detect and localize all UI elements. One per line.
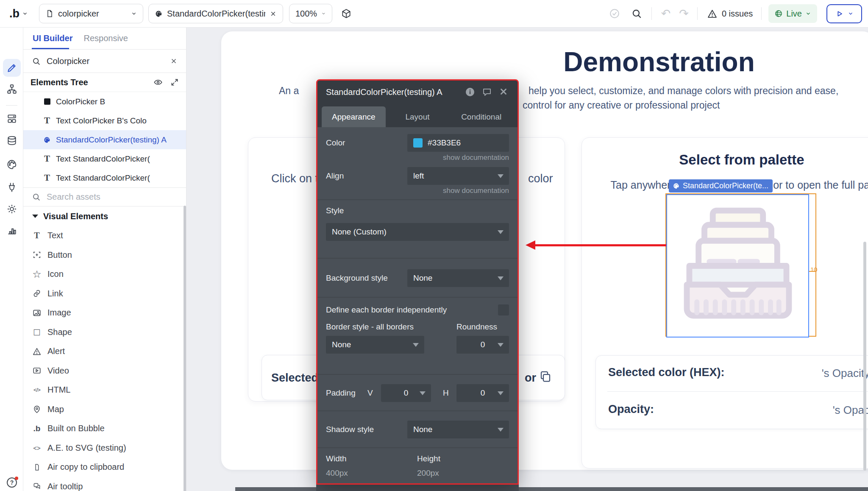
canvas-scrollbar[interactable] bbox=[863, 242, 866, 471]
palette-item-built-on-bubble[interactable]: .b Built on Bubble bbox=[23, 419, 186, 438]
page-selector[interactable]: colorpicker bbox=[39, 4, 143, 23]
expand-icon[interactable] bbox=[170, 78, 179, 86]
design-pencil-icon[interactable] bbox=[6, 62, 17, 73]
preview-button[interactable] bbox=[826, 4, 862, 23]
width-label: Width bbox=[326, 454, 417, 463]
copy-icon[interactable] bbox=[539, 370, 552, 383]
palette-item-icon[interactable]: ☆ Icon bbox=[23, 265, 186, 284]
assets-search[interactable]: Search assets bbox=[23, 187, 186, 206]
panel-body: Color #33B3E6 show documentation Align l… bbox=[317, 127, 517, 483]
map-pin-icon bbox=[32, 404, 42, 414]
element-search[interactable]: Colorpicker bbox=[23, 50, 186, 73]
tree-item-standardcolorpicker-selected[interactable]: StandardColorPicker(testing) A bbox=[23, 130, 186, 149]
tree-item-text-standard-1[interactable]: T Text StandardColorPicker( bbox=[23, 149, 186, 168]
show-documentation-link[interactable]: show documentation bbox=[326, 153, 509, 163]
palette-item-shape[interactable]: □ Shape bbox=[23, 323, 186, 342]
settings-gear-icon[interactable] bbox=[6, 204, 17, 215]
subtitle-line2: control for any creative or professional… bbox=[523, 100, 720, 111]
padding-h-dropdown[interactable]: 0 bbox=[456, 384, 509, 402]
color-input[interactable]: #33B3E6 bbox=[407, 134, 509, 152]
info-icon[interactable] bbox=[465, 87, 475, 97]
logs-chart-icon[interactable] bbox=[6, 225, 17, 236]
border-independent-checkbox[interactable] bbox=[498, 304, 509, 315]
tree-item-colorpicker-b[interactable]: ColorPicker B bbox=[23, 92, 186, 111]
opacity-row-value: 's Opac bbox=[748, 404, 868, 417]
element-tab[interactable]: StandardColorPicker(testin... bbox=[148, 4, 283, 23]
tab-conditional[interactable]: Conditional bbox=[449, 106, 513, 127]
sidebar-scrollbar[interactable] bbox=[184, 206, 186, 491]
element-search-input[interactable]: Colorpicker bbox=[47, 56, 164, 66]
palette-icon bbox=[673, 182, 680, 190]
border-style-dropdown[interactable]: None bbox=[326, 336, 424, 354]
palette-item-link[interactable]: Link bbox=[23, 284, 186, 304]
left-card-heading-fragment-right: color bbox=[528, 172, 553, 185]
workflow-icon[interactable] bbox=[6, 84, 17, 95]
selected-element-badge-label: StandardColorPicker(te... bbox=[683, 181, 768, 190]
style-dropdown[interactable]: None (Custom) bbox=[326, 223, 509, 241]
palette-item-button[interactable]: Button bbox=[23, 246, 186, 265]
palette-item-map[interactable]: Map bbox=[23, 400, 186, 419]
shape-icon: □ bbox=[32, 327, 42, 337]
opacity-row-label: Opacity: bbox=[608, 403, 654, 416]
panel-title: StandardColorPicker(testing) A bbox=[326, 87, 458, 97]
environment-selector[interactable]: Live bbox=[768, 4, 817, 23]
tab-appearance[interactable]: Appearance bbox=[322, 106, 386, 127]
styles-palette-icon[interactable] bbox=[6, 159, 17, 170]
left-icon-rail: ? bbox=[0, 28, 23, 491]
components-icon[interactable] bbox=[6, 113, 17, 124]
tree-item-text-colorpicker[interactable]: T Text ColorPicker B's Colo bbox=[23, 111, 186, 130]
issues-counter[interactable]: 0 issues bbox=[722, 9, 753, 19]
text-icon: T bbox=[43, 155, 51, 163]
zoom-selector[interactable]: 100% bbox=[289, 4, 332, 23]
tab-responsive[interactable]: Responsive bbox=[83, 33, 128, 43]
bubble-logo-menu[interactable]: .b bbox=[9, 7, 28, 20]
element-tab-label: StandardColorPicker(testin... bbox=[167, 9, 265, 19]
palette-item-alert[interactable]: Alert bbox=[23, 342, 186, 361]
palette-item-air-tooltip[interactable]: Air tooltip bbox=[23, 477, 186, 491]
redo-icon[interactable]: ↷ bbox=[679, 8, 689, 20]
clear-search-icon[interactable] bbox=[170, 57, 178, 65]
editor-canvas[interactable]: Demonstration An a help you select, cust… bbox=[186, 28, 868, 491]
bubble-logo: .b bbox=[9, 7, 19, 20]
close-icon[interactable] bbox=[499, 87, 509, 97]
environment-label: Live bbox=[786, 9, 802, 19]
tree-item-text-standard-2[interactable]: T Text StandardColorPicker( bbox=[23, 168, 186, 187]
roundness-dropdown[interactable]: 0 bbox=[456, 336, 509, 354]
video-icon bbox=[32, 365, 42, 376]
padding-v-dropdown[interactable]: 0 bbox=[381, 384, 431, 402]
palette-item-html[interactable]: </> HTML bbox=[23, 380, 186, 400]
selected-element-box[interactable] bbox=[666, 194, 809, 338]
show-documentation-link[interactable]: show documentation bbox=[326, 187, 509, 196]
palette-item-image[interactable]: Image bbox=[23, 303, 186, 323]
color-swatch[interactable] bbox=[413, 138, 423, 148]
close-tab-icon[interactable] bbox=[270, 10, 277, 17]
database-icon[interactable] bbox=[6, 135, 17, 146]
padding-h-value: 0 bbox=[481, 388, 485, 398]
search-icon[interactable] bbox=[631, 8, 642, 19]
property-editor-header[interactable]: StandardColorPicker(testing) A bbox=[317, 81, 517, 103]
height-value: 200px bbox=[417, 469, 440, 478]
align-dropdown[interactable]: left bbox=[407, 167, 509, 185]
visual-elements-header[interactable]: Visual Elements bbox=[23, 206, 186, 226]
check-circle-icon bbox=[609, 8, 620, 19]
tab-ui-builder[interactable]: UI Builder bbox=[33, 33, 72, 43]
subtitle-fragment-left: An a bbox=[279, 85, 299, 97]
comment-icon[interactable] bbox=[482, 87, 492, 97]
plugins-icon[interactable] bbox=[6, 182, 17, 193]
chevron-down-icon bbox=[848, 11, 854, 17]
palette-item-ae-to-svg[interactable]: <> A.E. to SVG (testing) bbox=[23, 438, 186, 458]
component-library-icon[interactable] bbox=[341, 8, 352, 19]
tab-layout[interactable]: Layout bbox=[386, 106, 450, 127]
undo-icon[interactable]: ↶ bbox=[661, 8, 671, 20]
background-style-dropdown[interactable]: None bbox=[407, 269, 509, 287]
padding-v-value: 0 bbox=[404, 388, 409, 398]
eye-icon[interactable] bbox=[153, 78, 163, 87]
palette-item-text[interactable]: T Text bbox=[23, 226, 186, 246]
palette-item-air-copy[interactable]: Air copy to clipboard bbox=[23, 458, 186, 477]
width-value: 400px bbox=[326, 469, 417, 478]
help-icon[interactable]: ? bbox=[6, 477, 17, 488]
shadow-style-dropdown[interactable]: None bbox=[407, 421, 509, 438]
selected-element-badge[interactable]: StandardColorPicker(te... bbox=[669, 179, 773, 192]
zoom-value: 100% bbox=[295, 9, 317, 19]
palette-item-video[interactable]: Video bbox=[23, 361, 186, 381]
